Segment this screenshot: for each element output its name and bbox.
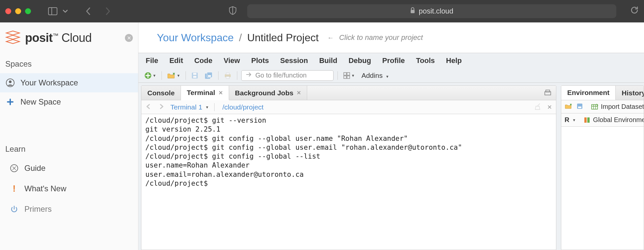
tab-console[interactable]: Console [141,86,181,100]
privacy-shield-icon[interactable] [229,6,237,16]
sidebar-item-new-space[interactable]: New Space [0,92,138,111]
lock-icon [410,7,415,16]
menu-view[interactable]: View [223,56,240,65]
browser-titlebar: posit.cloud [0,0,644,22]
breadcrumb-project-name[interactable]: Untitled Project [247,32,319,44]
sidebar-item-label: Guide [24,164,45,173]
svg-rect-24 [587,117,590,123]
hint-arrow-icon: ← [327,34,334,42]
content-area: Your Workspace / Untitled Project ← Clic… [138,22,644,250]
new-file-button[interactable]: ▼ [143,71,158,80]
posit-logo-icon [5,30,20,46]
environment-pane-tabs: Environment History [561,86,644,100]
addins-dropdown[interactable]: Addins ▼ [362,72,389,79]
svg-rect-12 [226,73,229,75]
fullscreen-window-button[interactable] [25,8,31,14]
grid-view-button[interactable]: ▼ [342,71,356,80]
breadcrumb-workspace-link[interactable]: Your Workspace [157,32,234,44]
menu-build[interactable]: Build [319,56,337,65]
import-dataset-button[interactable]: Import Dataset [591,103,644,110]
sidebar-item-whats-new[interactable]: ! What's New [0,178,138,199]
menu-help[interactable]: Help [446,56,462,65]
tab-environment[interactable]: Environment [561,86,616,100]
logo-text: posit™ Cloud [25,31,92,45]
broom-icon[interactable] [534,103,542,111]
sidebar-item-label: Your Workspace [20,78,78,87]
menu-profile[interactable]: Profile [382,56,405,65]
close-icon[interactable]: ✕ [297,90,301,96]
reload-button[interactable] [630,6,639,17]
sidebar-item-label: What's New [24,184,66,193]
console-pane-tabs: Console Terminal ✕ Background Jobs ✕ [141,86,556,100]
sidebar-toggle-button[interactable] [48,7,59,15]
svg-point-2 [9,80,12,83]
svg-rect-6 [193,76,196,78]
terminal-output[interactable]: /cloud/project$ git --version git versio… [141,114,556,250]
environment-pane: Environment History Import Da [561,85,644,250]
save-env-icon[interactable] [576,103,583,111]
arrow-right-icon [246,72,252,79]
user-circle-icon [5,78,15,88]
logo-row: posit™ Cloud ✕ [0,22,138,56]
open-file-button[interactable]: ▼ [166,71,182,80]
svg-rect-23 [584,117,587,123]
rstudio-toolbar: ▼ ▼ [138,68,644,83]
svg-rect-7 [193,73,196,75]
back-button[interactable] [82,7,94,16]
svg-rect-21 [578,107,581,108]
terminal-cwd: /cloud/project [222,103,264,111]
tab-background-jobs[interactable]: Background Jobs ✕ [229,86,307,100]
save-all-button[interactable] [203,71,214,80]
svg-rect-19 [546,90,550,92]
window-controls [5,8,31,14]
goto-file-input[interactable]: Go to file/function [241,70,334,81]
terminal-subtoolbar: Terminal 1 ▼ /cloud/project ✕ [141,100,556,114]
menu-tools[interactable]: Tools [416,56,435,65]
svg-rect-16 [344,76,346,78]
url-text: posit.cloud [419,7,453,16]
terminal-prev-button[interactable] [145,103,153,111]
menu-session[interactable]: Session [280,56,308,65]
open-env-icon[interactable] [565,103,572,110]
app-sidebar: posit™ Cloud ✕ Spaces Your Workspace New… [0,22,138,250]
sidebar-item-label: New Space [20,97,61,107]
breadcrumb-hint: Click to name your project [339,33,423,42]
sidebar-item-label: Primers [24,204,52,214]
save-button[interactable] [190,71,200,80]
tab-history[interactable]: History [616,86,644,100]
environment-scope-bar: R ▼ Global Environment [561,113,644,127]
forward-button[interactable] [102,7,114,16]
menu-debug[interactable]: Debug [348,56,371,65]
console-pane: Console Terminal ✕ Background Jobs ✕ [141,85,556,250]
minimize-window-button[interactable] [15,8,21,14]
close-terminal-icon[interactable]: ✕ [547,104,552,111]
close-icon[interactable]: ✕ [219,90,223,96]
terminal-next-button[interactable] [158,103,165,111]
sidebar-item-guide[interactable]: Guide [0,158,138,178]
spaces-section-label: Spaces [0,56,138,73]
menu-plots[interactable]: Plots [251,56,269,65]
rstudio-ide: File Edit Code View Plots Session Build … [138,53,644,250]
power-icon [10,205,18,213]
menu-file[interactable]: File [146,56,158,65]
r-scope-dropdown[interactable]: R ▼ [565,116,576,124]
sidebar-close-button[interactable]: ✕ [125,34,133,42]
svg-rect-22 [592,105,598,109]
address-bar[interactable]: posit.cloud [247,4,616,18]
terminal-selector[interactable]: Terminal 1 ▼ [170,103,209,111]
maximize-pane-icon[interactable] [544,89,551,97]
svg-rect-13 [226,77,229,78]
sidebar-item-your-workspace[interactable]: Your Workspace [0,73,138,92]
menu-bar: File Edit Code View Plots Session Build … [138,53,644,68]
environment-toolbar: Import Dataset [561,100,644,113]
menu-code[interactable]: Code [194,56,212,65]
sidebar-item-primers[interactable]: Primers [0,199,138,219]
menu-edit[interactable]: Edit [169,56,183,65]
svg-rect-15 [347,73,350,75]
print-button[interactable] [222,71,233,80]
tab-terminal[interactable]: Terminal ✕ [181,86,229,100]
exclamation-icon: ! [10,183,18,194]
close-window-button[interactable] [5,8,11,14]
global-env-dropdown[interactable]: Global Environment [584,116,644,124]
tab-group-dropdown[interactable] [63,9,68,13]
